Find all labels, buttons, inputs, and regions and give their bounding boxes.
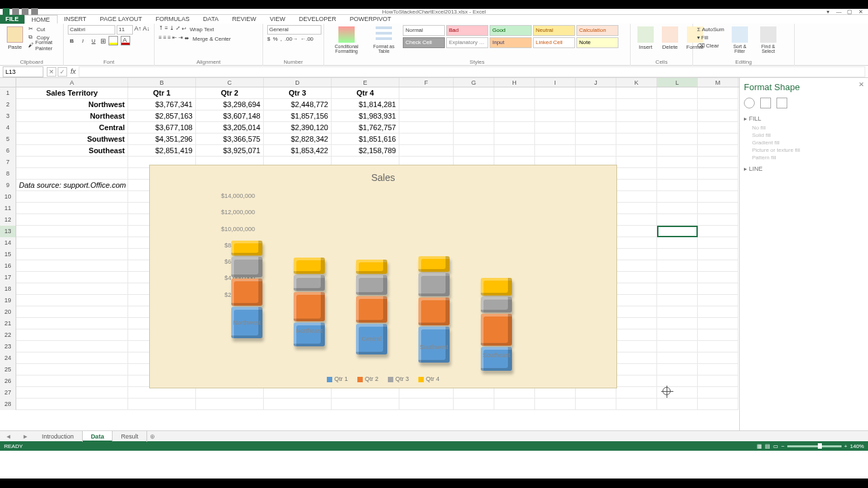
segment-qtr1[interactable]	[481, 347, 512, 371]
cell-J2[interactable]	[576, 99, 616, 110]
cell-I3[interactable]	[535, 110, 576, 122]
row-header-6[interactable]: 6	[0, 145, 16, 157]
cell-B27[interactable]	[128, 387, 196, 399]
tab-formulas[interactable]: FORMULAS	[149, 15, 197, 24]
row-header-20[interactable]: 20	[0, 306, 16, 318]
cell-L14[interactable]	[657, 237, 698, 249]
fill-section-header[interactable]: ▸ FILL	[744, 115, 864, 122]
row-header-5[interactable]: 5	[0, 134, 16, 145]
cell-F4[interactable]	[399, 122, 454, 134]
cell-A9[interactable]: Data source: support.Office.com	[16, 180, 128, 191]
orientation-icon[interactable]: ⤢	[176, 25, 180, 33]
cell-I6[interactable]	[535, 145, 576, 157]
cell-F27[interactable]	[399, 387, 454, 399]
cell-J6[interactable]	[576, 145, 616, 157]
cell-K16[interactable]	[616, 260, 657, 272]
align-center-icon[interactable]: ≡	[163, 35, 167, 43]
cell-L24[interactable]	[657, 352, 698, 364]
cell-H2[interactable]	[494, 99, 535, 110]
cell-K4[interactable]	[616, 122, 657, 134]
cell-M28[interactable]	[698, 399, 738, 410]
scroll-sheets-left-icon[interactable]: ◄	[0, 433, 17, 440]
tab-review[interactable]: REVIEW	[225, 15, 263, 24]
cell-K23[interactable]	[616, 341, 657, 352]
cell-M21[interactable]	[698, 318, 738, 329]
row-header-17[interactable]: 17	[0, 272, 16, 283]
cell-B6[interactable]: $2,851,419	[128, 145, 196, 157]
row-header-24[interactable]: 24	[0, 352, 16, 364]
row-header-9[interactable]: 9	[0, 180, 16, 191]
cell-C27[interactable]	[196, 387, 264, 399]
cell-A21[interactable]	[16, 318, 128, 329]
row-header-12[interactable]: 12	[0, 214, 16, 226]
cell-L12[interactable]	[657, 214, 698, 226]
increase-decimal-icon[interactable]: .00→	[285, 36, 298, 42]
cell-K1[interactable]	[616, 87, 657, 99]
size-props-tab-icon[interactable]	[776, 98, 787, 108]
cell-F6[interactable]	[399, 145, 454, 157]
cell-G1[interactable]	[454, 87, 494, 99]
cell-M20[interactable]	[698, 306, 738, 318]
format-as-table-button[interactable]: Format as Table	[368, 25, 400, 55]
indent-dec-icon[interactable]: ⇤	[172, 35, 177, 43]
clear-button[interactable]: ⌫Clear	[697, 41, 724, 49]
align-left-icon[interactable]: ≡	[159, 35, 162, 43]
cell-K7[interactable]	[616, 157, 657, 168]
style-normal[interactable]: Normal	[403, 25, 445, 36]
cell-L5[interactable]	[657, 134, 698, 145]
scroll-sheets-right-icon[interactable]: ►	[17, 433, 34, 440]
cell-M5[interactable]	[698, 134, 738, 145]
cell-H3[interactable]	[494, 110, 535, 122]
segment-qtr2[interactable]	[481, 314, 512, 346]
cell-B1[interactable]: Qtr 1	[128, 87, 196, 99]
row-header-7[interactable]: 7	[0, 157, 16, 168]
cell-K22[interactable]	[616, 329, 657, 341]
cell-K13[interactable]	[616, 226, 657, 237]
line-section-header[interactable]: ▸ LINE	[744, 165, 864, 172]
cell-styles-gallery[interactable]: NormalCheck CellBadExplanatory …GoodInpu…	[403, 25, 618, 48]
cell-J4[interactable]	[576, 122, 616, 134]
cell-H5[interactable]	[494, 134, 535, 145]
new-sheet-button[interactable]: ⊕	[147, 433, 158, 440]
legend-item-qtr3[interactable]: Qtr 3	[388, 375, 409, 382]
find-select-button[interactable]: Find & Select	[755, 25, 781, 55]
cell-D2[interactable]: $2,448,772	[264, 99, 332, 110]
cell-C28[interactable]	[196, 399, 264, 410]
cell-L16[interactable]	[657, 260, 698, 272]
col-header-D[interactable]: D	[264, 78, 332, 87]
cell-I5[interactable]	[535, 134, 576, 145]
italic-button[interactable]: I	[79, 38, 87, 44]
underline-button[interactable]: U	[90, 38, 98, 44]
cell-A5[interactable]: Southwest	[16, 134, 128, 145]
style-input[interactable]: Input	[490, 37, 532, 48]
zoom-level[interactable]: 140%	[850, 443, 864, 449]
cell-H4[interactable]	[494, 122, 535, 134]
col-header-J[interactable]: J	[576, 78, 616, 87]
cell-M15[interactable]	[698, 249, 738, 260]
col-header-G[interactable]: G	[454, 78, 494, 87]
cell-H28[interactable]	[494, 399, 535, 410]
segment-qtr4[interactable]	[356, 260, 387, 274]
segment-qtr4[interactable]	[294, 258, 325, 274]
row-header-8[interactable]: 8	[0, 168, 16, 180]
cell-B4[interactable]: $3,677,108	[128, 122, 196, 134]
cell-K8[interactable]	[616, 168, 657, 180]
chart-legend[interactable]: Qtr 1Qtr 2Qtr 3Qtr 4	[327, 375, 439, 382]
row-header-25[interactable]: 25	[0, 364, 16, 375]
cell-A7[interactable]	[16, 157, 128, 168]
cell-I27[interactable]	[535, 387, 576, 399]
cell-M4[interactable]	[698, 122, 738, 134]
cell-K24[interactable]	[616, 352, 657, 364]
cell-F2[interactable]	[399, 99, 454, 110]
cell-G6[interactable]	[454, 145, 494, 157]
cell-E28[interactable]	[332, 399, 399, 410]
cell-J3[interactable]	[576, 110, 616, 122]
cell-I1[interactable]	[535, 87, 576, 99]
row-header-22[interactable]: 22	[0, 329, 16, 341]
cell-A24[interactable]	[16, 352, 128, 364]
cell-K9[interactable]	[616, 180, 657, 191]
wrap-text-button[interactable]: ↩Wrap Text	[182, 25, 214, 33]
cell-A19[interactable]	[16, 295, 128, 306]
cell-L19[interactable]	[657, 295, 698, 306]
cell-A20[interactable]	[16, 306, 128, 318]
